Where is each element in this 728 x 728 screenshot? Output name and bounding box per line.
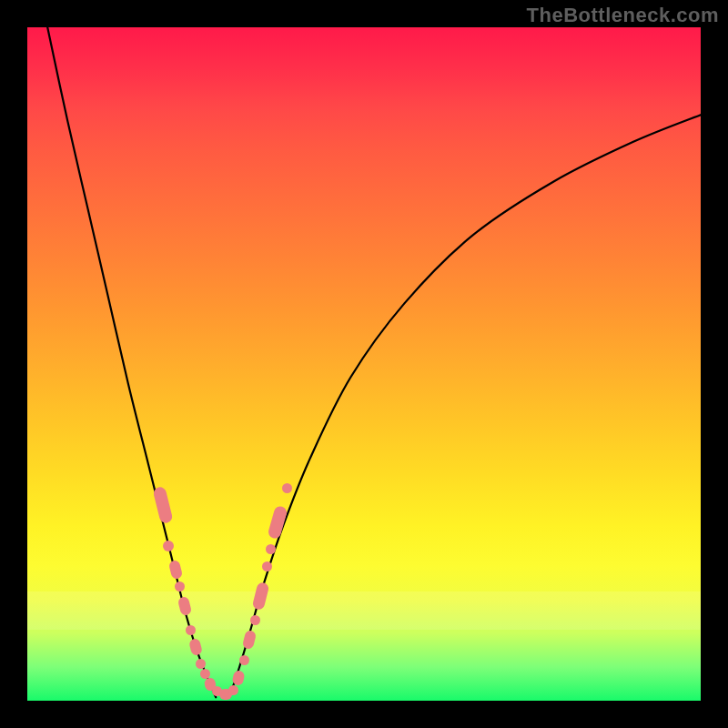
watermark-text: TheBottleneck.com — [527, 4, 719, 27]
curve-left — [47, 27, 216, 697]
data-marker — [262, 561, 272, 571]
chart-frame: TheBottleneck.com — [0, 0, 728, 728]
curve-layer — [27, 27, 701, 701]
plot-area — [27, 27, 701, 701]
data-marker — [175, 581, 185, 592]
data-marker — [250, 615, 260, 625]
data-marker — [186, 625, 196, 635]
data-marker — [228, 685, 238, 695]
data-marker — [239, 655, 249, 665]
curve-right — [229, 115, 701, 697]
